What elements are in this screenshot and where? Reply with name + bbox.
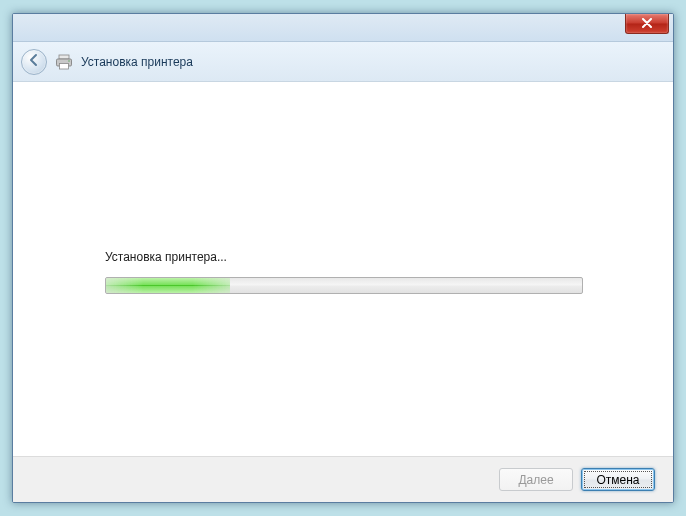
next-button-label: Далее — [518, 473, 553, 487]
titlebar — [13, 14, 673, 42]
wizard-content: Установка принтера... — [13, 82, 673, 456]
wizard-title: Установка принтера — [81, 55, 193, 69]
cancel-button-label: Отмена — [596, 473, 639, 487]
progress-fill — [106, 278, 230, 293]
wizard-header: Установка принтера — [13, 42, 673, 82]
svg-rect-0 — [59, 55, 69, 59]
printer-icon — [55, 54, 73, 70]
dialog-window: Установка принтера Установка принтера...… — [12, 13, 674, 503]
back-arrow-icon — [27, 53, 41, 70]
svg-point-3 — [68, 60, 70, 62]
cancel-button[interactable]: Отмена — [581, 468, 655, 491]
wizard-footer: Далее Отмена — [13, 456, 673, 502]
next-button: Далее — [499, 468, 573, 491]
close-button[interactable] — [625, 14, 669, 34]
back-button[interactable] — [21, 49, 47, 75]
progress-bar — [105, 277, 583, 294]
status-text: Установка принтера... — [105, 250, 227, 264]
svg-rect-2 — [60, 63, 69, 69]
close-icon — [641, 17, 653, 31]
